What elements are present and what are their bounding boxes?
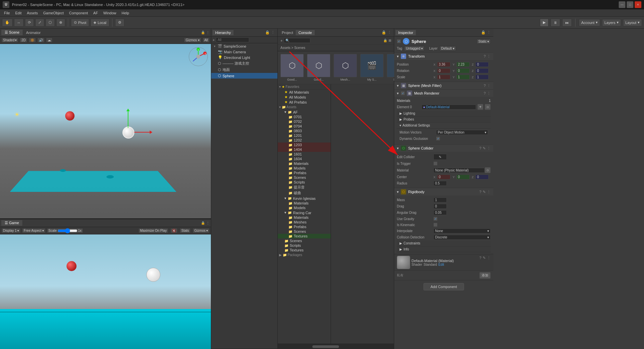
more-icon-hier[interactable]: ⋮ — [271, 30, 275, 35]
more-icon-insp[interactable]: ⋮ — [487, 30, 491, 35]
proj-materials[interactable]: 📁 Materials — [278, 161, 331, 166]
proj-more-icon[interactable]: ⊞ — [389, 39, 391, 42]
mesh-renderer-header[interactable]: ▾ ✓ ▦ Mesh Renderer ? ⋮ — [394, 90, 493, 97]
thumb-good2[interactable]: ⬡ Good... — [307, 54, 330, 81]
scale-control[interactable]: Scale 1x — [47, 228, 83, 233]
proj-1604[interactable]: 📁 1604 — [278, 157, 331, 161]
sc-mat-circle[interactable]: ○ — [485, 167, 491, 173]
pos-y-field[interactable]: 2.23 — [456, 62, 470, 67]
interpolate-dropdown[interactable]: None ▾ — [433, 228, 491, 233]
transform-more-icon[interactable]: ⋮ — [487, 54, 491, 59]
more-icon-proj[interactable]: ⋮ — [388, 30, 391, 35]
tool-rotate[interactable]: ⟳ — [25, 19, 34, 27]
proj-scripts-top[interactable]: 📁 Scripts — [278, 243, 331, 248]
custom-tool[interactable]: ⚙ — [115, 19, 124, 27]
lock-icon-game[interactable]: 🔒 — [201, 221, 205, 225]
sc-z-field[interactable]: 1 — [475, 75, 489, 80]
tab-scene[interactable]: ☰ Scene — [1, 30, 23, 35]
info-section[interactable]: ▶ Info — [397, 246, 491, 252]
rot-z-field[interactable]: 0 — [475, 68, 489, 73]
fav-all-prefabs[interactable]: ★ All Prefabs — [278, 100, 331, 105]
tool-transform[interactable]: ⊕ — [56, 19, 65, 27]
is-kinematic-checkbox[interactable] — [433, 223, 437, 227]
mesh-filter-header[interactable]: ▾ ▦ Sphere (Mesh Filter) ? ⋮ — [394, 82, 493, 89]
tab-game[interactable]: ☰ Game — [1, 220, 22, 226]
hier-directional-light[interactable]: 💡 Directional Light — [211, 55, 277, 60]
mat-edit-icon[interactable]: ✎ — [483, 256, 486, 260]
tab-inspector[interactable]: Inspector — [396, 30, 416, 35]
transform-header[interactable]: ▾ ⊕ Transform ? ⋮ — [394, 53, 493, 60]
search-scene[interactable]: All — [203, 38, 210, 43]
project-search[interactable] — [284, 38, 310, 43]
mat-more-icon[interactable]: ⋮ — [487, 256, 491, 260]
audio-toggle[interactable]: 🔊 — [37, 38, 45, 43]
scale-slider[interactable] — [58, 229, 78, 232]
layout-dropdown[interactable]: Layout ▾ — [623, 19, 642, 26]
sc-x-field[interactable]: 1 — [437, 75, 450, 80]
mute-btn[interactable]: 🔇 — [170, 228, 178, 233]
rb-edit-icon[interactable]: ✎ — [483, 190, 486, 194]
account-dropdown[interactable]: Account ▾ — [579, 19, 600, 26]
proj-music[interactable]: 📁 破曲 — [278, 190, 331, 196]
angular-drag-field[interactable]: 0.05 — [433, 210, 447, 215]
mat-help-icon[interactable]: ? — [479, 256, 481, 260]
proj-prefabs[interactable]: 📁 Prefabs — [278, 171, 331, 175]
is-trigger-checkbox[interactable] — [433, 162, 437, 166]
scene-canvas[interactable]: Y X ☀ — [0, 44, 211, 218]
hier-sample-scene[interactable]: ▾ 🎬 SampleScene — [211, 43, 277, 49]
pos-x-field[interactable]: 3.36 — [437, 62, 450, 67]
hier-ground[interactable]: ⬡ 地面 — [211, 67, 277, 73]
proj-hints[interactable]: 📁 提示音 — [278, 184, 331, 190]
proj-0704[interactable]: 📁 0704 — [278, 124, 331, 129]
proj-scripts[interactable]: 📁 Scripts — [278, 180, 331, 184]
menu-gameobject[interactable]: GameObject — [41, 10, 67, 16]
mat-circle-btn[interactable]: ○ — [485, 104, 491, 110]
tab-console[interactable]: Console — [296, 30, 314, 35]
proj-racing-car[interactable]: ▾ 📁 Racing Car — [278, 210, 331, 215]
proj-0701[interactable]: 📁 0701 — [278, 115, 331, 119]
proj-rc-scenes[interactable]: 📁 Scenes — [278, 229, 331, 234]
proj-textures-top[interactable]: 📁 Textures — [278, 248, 331, 252]
hier-game-controller[interactable]: ⬡ --------- 游戏主控 — [211, 60, 277, 67]
proj-af[interactable]: ▾ 📁 AF — [278, 110, 331, 115]
tab-hierarchy[interactable]: Hierarchy — [213, 30, 234, 35]
local-button[interactable]: ◈ Local — [90, 19, 109, 27]
tab-animator[interactable]: Animator — [23, 30, 44, 35]
menu-assets[interactable]: Assets — [24, 10, 41, 16]
radius-field[interactable]: 0.5 — [433, 181, 447, 186]
fx-toggle[interactable]: ☁ — [46, 38, 53, 43]
stats-btn[interactable]: Stats — [180, 228, 191, 233]
constraints-section[interactable]: ▶ Constraints — [397, 240, 491, 246]
probes-section[interactable]: ▶ Probes — [397, 117, 491, 123]
rigidbody-header[interactable]: ▾ ⬡ Rigidbody ? ✎ ⋮ — [394, 188, 493, 195]
tool-move[interactable]: ↔ — [14, 19, 24, 27]
thumb-myscene[interactable]: 🎬 My S... — [360, 54, 384, 81]
add-private-btn[interactable]: 添加 — [479, 272, 491, 279]
static-dropdown[interactable]: Static ▾ — [477, 39, 491, 44]
mf-more-icon[interactable]: ⋮ — [487, 84, 491, 88]
drag-field[interactable]: 0 — [433, 204, 447, 209]
proj-1203[interactable]: 📁 1203 — [278, 143, 331, 147]
mr-check[interactable]: ✓ — [401, 91, 405, 95]
proj-1404[interactable]: 📁 1404 — [278, 147, 331, 152]
center-y[interactable]: 0 — [456, 174, 470, 179]
sc-help-icon[interactable]: ? — [479, 146, 481, 151]
sc-more-icon[interactable]: ⋮ — [487, 146, 491, 151]
proj-scenes-top[interactable]: 📁 Scenes — [278, 238, 331, 243]
proj-rc-pref[interactable]: 📁 Prefabs — [278, 224, 331, 229]
rb-help-icon[interactable]: ? — [479, 190, 481, 194]
pivot-button[interactable]: ⊙ Pivot — [71, 19, 89, 27]
menu-file[interactable]: File — [1, 10, 13, 16]
lighting-toggle[interactable]: 🔆 — [29, 38, 36, 43]
tag-dropdown[interactable]: Untagged ▾ — [404, 46, 424, 51]
rot-x-field[interactable]: 0 — [437, 68, 450, 73]
mass-field[interactable]: 1 — [433, 197, 447, 202]
edit-collider-btn[interactable]: ✎ — [433, 154, 447, 160]
tab-project[interactable]: Project — [279, 30, 296, 35]
proj-kevin[interactable]: ▾ 📁 Kevin Iglesias — [278, 196, 331, 201]
gizmos-dropdown[interactable]: Gizmos ▾ — [184, 38, 201, 43]
aspect-dropdown[interactable]: Free Aspect ▾ — [22, 228, 45, 233]
rb-more-icon[interactable]: ⋮ — [487, 190, 491, 194]
more-icon[interactable]: ⋮ — [206, 31, 210, 34]
proj-0702[interactable]: 📁 0702 — [278, 119, 331, 124]
